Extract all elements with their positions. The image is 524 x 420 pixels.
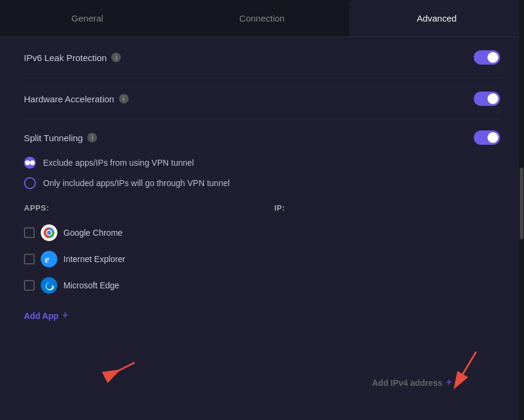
tab-bar: General Connection Advanced xyxy=(0,0,524,37)
list-item: Microsoft Edge xyxy=(24,272,250,299)
list-item: e Internet Explorer xyxy=(24,246,250,272)
split-tunneling-toggle[interactable] xyxy=(474,130,500,145)
split-tunneling-header: Split Tunneling i xyxy=(24,130,500,154)
ip-column-header: IP: xyxy=(275,203,501,212)
add-app-row: Add App + xyxy=(24,299,250,322)
ip-column: IP: Add IPv4 address + xyxy=(262,203,501,322)
svg-point-2 xyxy=(47,231,51,235)
ipv6-label: IPv6 Leak Protection i xyxy=(24,53,121,63)
scrollbar-thumb[interactable] xyxy=(520,168,523,239)
add-app-button[interactable]: Add App + xyxy=(24,309,68,322)
scrollbar-track xyxy=(519,0,524,420)
radio-exclude-circle xyxy=(24,157,36,169)
tab-advanced[interactable]: Advanced xyxy=(349,0,524,36)
split-tunneling-section: Split Tunneling i Exclude apps/IPs from … xyxy=(24,120,500,322)
radio-include-circle xyxy=(24,177,36,189)
ipv6-setting-row: IPv6 Leak Protection i xyxy=(24,37,500,78)
apps-column: APPS: xyxy=(24,203,262,322)
list-item: Google Chrome xyxy=(24,220,250,246)
chrome-app-icon xyxy=(41,224,57,241)
radio-exclude[interactable]: Exclude apps/IPs from using VPN tunnel xyxy=(24,157,500,169)
ie-app-icon: e xyxy=(41,251,57,267)
add-ipv4-row: Add IPv4 address + xyxy=(372,376,452,389)
ipv6-toggle[interactable] xyxy=(474,50,500,65)
edge-app-icon xyxy=(41,277,57,294)
split-tunneling-options: Exclude apps/IPs from using VPN tunnel O… xyxy=(24,154,500,197)
apps-column-header: APPS: xyxy=(24,203,250,212)
ipv6-info-icon[interactable]: i xyxy=(111,53,121,62)
add-app-arrow xyxy=(87,357,147,389)
app-checkbox-edge[interactable] xyxy=(24,280,35,291)
split-tunneling-info-icon[interactable]: i xyxy=(87,133,97,142)
add-ipv4-button[interactable]: Add IPv4 address + xyxy=(372,376,452,389)
radio-include[interactable]: Only included apps/IPs will go through V… xyxy=(24,177,500,189)
svg-text:e: e xyxy=(45,254,49,264)
svg-point-5 xyxy=(41,277,57,294)
settings-panel: General Connection Advanced IPv6 Leak Pr… xyxy=(0,0,524,420)
apps-ip-columns: APPS: xyxy=(24,197,500,322)
hardware-info-icon[interactable]: i xyxy=(119,94,129,104)
hardware-label: Hardware Acceleration i xyxy=(24,94,129,104)
content-area: IPv6 Leak Protection i Hardware Accelera… xyxy=(0,37,524,322)
app-checkbox-chrome[interactable] xyxy=(24,227,35,238)
tab-connection[interactable]: Connection xyxy=(175,0,349,36)
tab-general[interactable]: General xyxy=(0,0,175,36)
app-checkbox-ie[interactable] xyxy=(24,254,35,264)
hardware-toggle[interactable] xyxy=(474,92,500,106)
hardware-setting-row: Hardware Acceleration i xyxy=(24,78,500,120)
split-tunneling-label: Split Tunneling i xyxy=(24,133,97,143)
add-ipv4-plus-icon: + xyxy=(446,376,452,389)
add-app-plus-icon: + xyxy=(62,309,69,322)
